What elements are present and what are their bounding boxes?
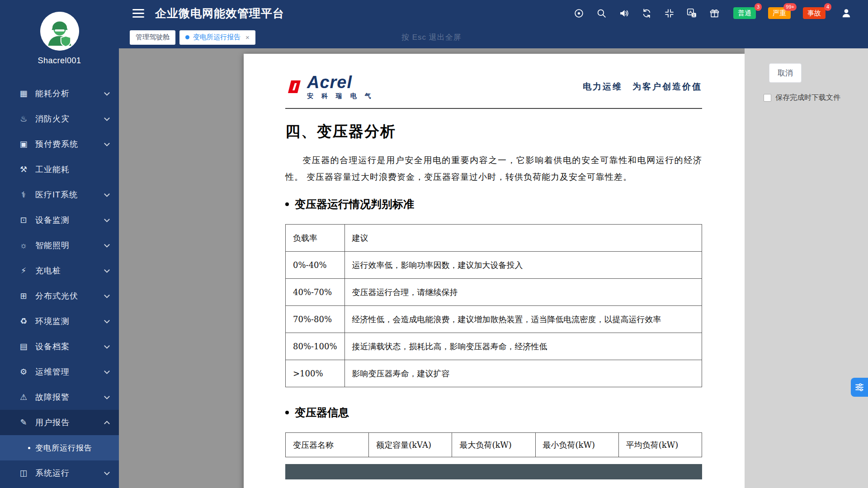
table-row: 70%-80% 经济性低，会造成电能浪费，建议增加散热装置，适当降低电流密度，以…	[286, 306, 702, 333]
download-option-label: 保存完成时下载文件	[775, 93, 840, 103]
search-icon[interactable]	[596, 8, 607, 19]
sidebar-item-om-management[interactable]: ⚙ 运维管理	[0, 359, 119, 385]
chevron-down-icon	[104, 394, 110, 399]
settings-drawer-button[interactable]	[851, 378, 868, 397]
section-title: 四、变压器分析	[285, 122, 702, 142]
user-report-icon: ✎	[18, 418, 29, 427]
bigscreen-icon[interactable]	[573, 8, 584, 19]
prepaid-system-icon: ▣	[18, 140, 29, 148]
download-option-row: 保存完成时下载文件	[764, 93, 840, 103]
brand-tagline: 电力运维 为客户创造价值	[583, 81, 702, 93]
bullet-icon	[285, 202, 289, 206]
alarm-tag-accident[interactable]: 事故 4	[803, 7, 826, 19]
industrial-energy-icon: ⚒	[18, 165, 29, 174]
table-header-row: 变压器名称 额定容量(kVA) 最大负荷(kW) 最小负荷(kW) 平均负荷(k…	[286, 433, 702, 457]
om-management-icon: ⚙	[18, 368, 29, 376]
fault-alarm-icon: ⚠	[18, 393, 29, 401]
tabbar: 管理驾驶舱 变电所运行报告 × 按 Esc 退出全屏	[119, 26, 868, 48]
transformer-info-table: 变压器名称 额定容量(kVA) 最大负荷(kW) 最小负荷(kW) 平均负荷(k…	[285, 432, 702, 457]
topbar-actions: A 文 普通 3 严重 99+ 事故 4	[573, 7, 852, 19]
system-run-icon: ◫	[18, 469, 29, 477]
sidebar-item-smart-lighting[interactable]: ☼ 智能照明	[0, 233, 119, 258]
cancel-button[interactable]: 取消	[769, 63, 802, 83]
alarm-count-badge: 3	[755, 3, 762, 11]
worker-avatar-icon	[40, 12, 79, 51]
sidebar-menu: ▦ 能耗分析 ♨ 消防火灾 ▣ 预付费系统 ⚒ 工业能耗 ⚕ 医疗IT系统 ⊡ …	[0, 81, 119, 486]
ev-charging-icon: ⚡	[18, 267, 29, 275]
save-panel: 取消 保存完成时下载文件	[745, 48, 868, 488]
svg-text:A: A	[689, 9, 692, 14]
table-row: 0%-40% 运行效率低，影响功率因数，建议加大设备投入	[286, 252, 702, 279]
chevron-down-icon	[104, 216, 110, 222]
fullscreen-hint: 按 Esc 退出全屏	[401, 32, 462, 42]
table-row: 负载率 建议	[286, 225, 702, 252]
sidebar-item-ev-charging[interactable]: ⚡ 充电桩	[0, 258, 119, 283]
medical-it-icon: ⚕	[18, 191, 29, 199]
exit-fullscreen-icon[interactable]	[664, 8, 675, 19]
tab-substation-report[interactable]: 变电所运行报告 ×	[179, 30, 255, 45]
close-tab-icon[interactable]: ×	[245, 33, 250, 41]
volume-icon[interactable]	[618, 8, 629, 19]
chevron-down-icon	[104, 469, 110, 475]
sidebar-item-distributed-pv[interactable]: ⊞ 分布式光伏	[0, 283, 119, 309]
content-area: Acrel 安 科 瑞 电 气 电力运维 为客户创造价值 四、变压器分析 变压器…	[119, 48, 868, 488]
alarm-tag-severe[interactable]: 严重 99+	[768, 7, 791, 19]
refresh-icon[interactable]	[641, 8, 652, 19]
chevron-down-icon	[104, 318, 110, 324]
info-heading: 变压器信息	[285, 405, 702, 420]
sidebar-item-industrial-energy[interactable]: ⚒ 工业能耗	[0, 157, 119, 182]
topbar: 企业微电网能效管理平台	[119, 0, 868, 26]
chevron-down-icon	[104, 90, 110, 96]
sidebar-item-user-report[interactable]: ✎ 用户报告	[0, 410, 119, 435]
sidebar: Shacrel001 ▦ 能耗分析 ♨ 消防火灾 ▣ 预付费系统 ⚒ 工业能耗 …	[0, 0, 119, 488]
sidebar-subitem-substation-report[interactable]: 变电所运行报告	[0, 435, 119, 460]
chevron-down-icon	[104, 343, 110, 349]
download-checkbox[interactable]	[764, 94, 771, 102]
menu-collapse-icon[interactable]	[132, 9, 144, 18]
alarm-tags: 普通 3 严重 99+ 事故 4	[733, 7, 826, 19]
chevron-down-icon	[104, 292, 110, 298]
cutoff-content	[285, 464, 702, 479]
chevron-down-icon	[104, 242, 110, 248]
sidebar-item-device-monitoring[interactable]: ⊡ 设备监测	[0, 207, 119, 233]
alarm-count-badge: 99+	[783, 3, 797, 11]
sidebar-item-fire-safety[interactable]: ♨ 消防火灾	[0, 106, 119, 131]
app-title: 企业微电网能效管理平台	[155, 6, 284, 21]
distributed-pv-icon: ⊞	[18, 292, 29, 300]
bullet-icon	[28, 447, 30, 449]
brand-name: Acrel	[307, 73, 374, 91]
report-header: Acrel 安 科 瑞 电 气 电力运维 为客户创造价值	[285, 71, 702, 103]
chevron-down-icon	[104, 191, 110, 197]
gift-icon[interactable]	[709, 8, 720, 19]
criteria-heading: 变压器运行情况判别标准	[285, 197, 702, 211]
fire-safety-icon: ♨	[18, 115, 29, 123]
chevron-down-icon	[104, 368, 110, 374]
sidebar-item-medical-it[interactable]: ⚕ 医疗IT系统	[0, 182, 119, 207]
svg-text:文: 文	[692, 13, 696, 17]
acrel-logo-icon	[285, 78, 303, 96]
environment-monitoring-icon: ♻	[18, 317, 29, 325]
user-icon[interactable]	[841, 8, 852, 19]
sliders-icon	[854, 382, 864, 392]
sidebar-item-device-archive[interactable]: ▤ 设备档案	[0, 334, 119, 359]
avatar[interactable]	[40, 12, 79, 51]
device-archive-icon: ▤	[18, 343, 29, 351]
table-row: 40%-70% 变压器运行合理，请继续保持	[286, 279, 702, 306]
chevron-down-icon	[104, 267, 110, 273]
sidebar-item-prepaid-system[interactable]: ▣ 预付费系统	[0, 131, 119, 157]
table-row: 80%-100% 接近满载状态，损耗比高，影响变压器寿命，经济性低	[286, 333, 702, 360]
sidebar-item-system-run[interactable]: ◫ 系统运行	[0, 460, 119, 486]
sidebar-item-environment-monitoring[interactable]: ♻ 环境监测	[0, 309, 119, 334]
chevron-up-icon	[104, 421, 110, 427]
intro-paragraph: 变压器的合理运行是用户安全用电的重要内容之一，它影响着供电的安全可靠性和电网运行…	[285, 152, 702, 185]
translate-icon[interactable]: A 文	[686, 8, 697, 19]
sidebar-item-energy-analysis[interactable]: ▦ 能耗分析	[0, 81, 119, 106]
alarm-count-badge: 4	[824, 3, 831, 11]
sidebar-item-fault-alarm[interactable]: ⚠ 故障报警	[0, 385, 119, 410]
tab-management-cockpit[interactable]: 管理驾驶舱	[130, 30, 175, 45]
load-rate-criteria-table: 负载率 建议 0%-40% 运行效率低，影响功率因数，建议加大设备投入 40%-…	[285, 224, 702, 387]
device-monitoring-icon: ⊡	[18, 216, 29, 224]
alarm-tag-normal[interactable]: 普通 3	[733, 7, 756, 19]
report-page: Acrel 安 科 瑞 电 气 电力运维 为客户创造价值 四、变压器分析 变压器…	[244, 54, 745, 488]
profile: Shacrel001	[0, 0, 119, 66]
